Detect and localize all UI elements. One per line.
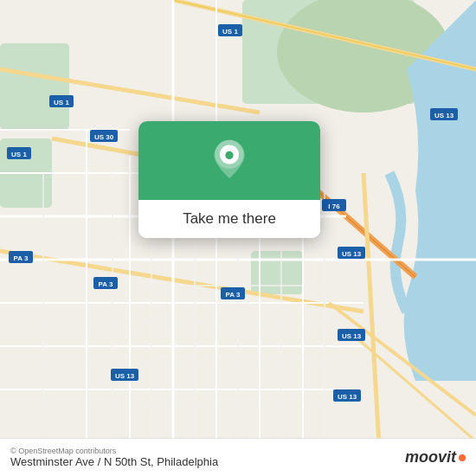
svg-text:US 13: US 13 <box>115 372 135 380</box>
svg-text:US 1: US 1 <box>54 99 69 106</box>
moovit-dot <box>459 454 466 461</box>
svg-text:US 13: US 13 <box>434 112 454 119</box>
svg-text:US 1: US 1 <box>11 151 27 158</box>
svg-text:PA 3: PA 3 <box>14 254 29 262</box>
card-green-area <box>138 121 320 200</box>
svg-text:US 13: US 13 <box>342 332 362 340</box>
svg-text:US 13: US 13 <box>342 250 362 258</box>
svg-text:US 1: US 1 <box>222 28 238 35</box>
svg-text:PA 3: PA 3 <box>226 291 241 299</box>
bottom-left-content: © OpenStreetMap contributors Westminster… <box>10 447 218 468</box>
bottom-bar: © OpenStreetMap contributors Westminster… <box>0 438 476 476</box>
map-container: US 1 US 1 US 1 US 30 PA 3 PA 3 PA 3 I 76… <box>0 0 476 476</box>
svg-text:US 13: US 13 <box>338 393 357 401</box>
location-text: Westminster Ave / N 50th St, Philadelphi… <box>10 455 218 468</box>
svg-text:I 76: I 76 <box>328 203 340 210</box>
location-card: Take me there <box>138 121 320 238</box>
map-svg: US 1 US 1 US 1 US 30 PA 3 PA 3 PA 3 I 76… <box>0 0 476 476</box>
svg-rect-2 <box>0 43 69 130</box>
svg-text:PA 3: PA 3 <box>99 280 113 288</box>
moovit-text: moovit <box>405 448 456 466</box>
moovit-logo: moovit <box>405 448 466 466</box>
location-pin-icon <box>209 138 250 180</box>
copyright-text: © OpenStreetMap contributors <box>10 447 218 455</box>
svg-line-12 <box>363 173 381 476</box>
svg-text:US 30: US 30 <box>94 133 114 141</box>
take-me-there-button[interactable]: Take me there <box>138 200 320 238</box>
svg-point-68 <box>225 151 233 159</box>
